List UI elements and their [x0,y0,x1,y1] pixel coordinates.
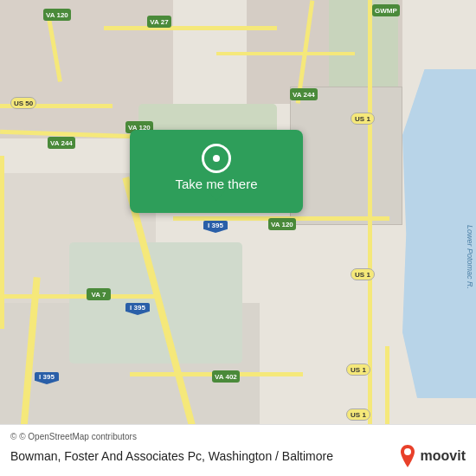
location-pin-icon [202,144,231,173]
bottom-bar: © © OpenStreetMap contributors Bowman, F… [0,424,476,476]
pin-dot [213,155,220,162]
road [0,156,4,329]
popup-arrow [208,190,225,201]
road-badge-va120-lower: VA 120 [268,218,296,230]
road-badge-us1-lower2: US 1 [346,408,370,421]
moovit-brand-text: moovit [421,448,466,464]
road [216,52,355,55]
road-badge-va27: VA 27 [147,16,171,28]
take-me-there-button[interactable]: Take me there [175,177,257,191]
attribution-text: © OpenStreetMap contributors [19,432,137,441]
place-name: Bowman, Foster And Associates Pc, Washin… [10,449,398,463]
location-popup: Take me there [130,130,303,213]
road-badge-va7: VA 7 [87,288,111,300]
road-badge-va244-top: VA 244 [290,88,318,100]
moovit-pin-icon [398,445,417,467]
road [104,26,277,30]
copyright-symbol: © [10,432,16,441]
road-badge-us1-top: US 1 [351,113,375,125]
airport-area [290,87,402,225]
moovit-logo: moovit [398,445,466,467]
bottom-content: Bowman, Foster And Associates Pc, Washin… [10,445,466,467]
water-label: Lower Potomac R. [466,225,474,289]
road-badge-va120-top: VA 120 [43,9,71,21]
road-badge-gwmp-top: GWMP [372,4,400,16]
road-badge-us1-mid: US 1 [351,268,375,280]
road-badge-va402: VA 402 [212,370,240,383]
road-badge-va244-left: VA 244 [48,137,75,149]
road [368,0,372,476]
road-badge-us50: US 50 [10,97,36,109]
road-badge-us1-lower: US 1 [346,363,370,376]
road [0,294,156,299]
svg-point-0 [404,448,411,455]
map-attribution: © © OpenStreetMap contributors [10,432,466,441]
map-container: Lower Potomac R. VA 120VA 27US 50VA 120V… [0,0,476,476]
